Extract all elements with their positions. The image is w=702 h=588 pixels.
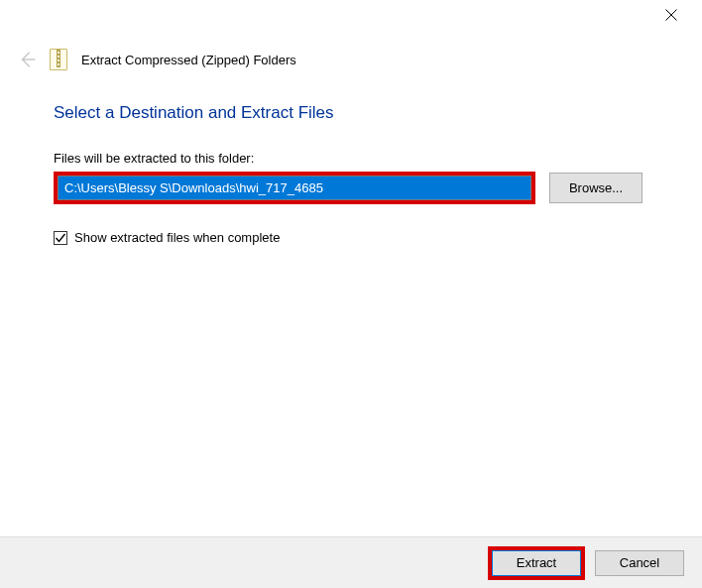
browse-button[interactable]: Browse... — [549, 173, 643, 203]
show-files-label: Show extracted files when complete — [74, 230, 280, 245]
dialog-footer: Extract Cancel — [0, 536, 702, 588]
wizard-title: Extract Compressed (Zipped) Folders — [81, 53, 296, 67]
show-files-checkbox[interactable] — [54, 231, 67, 245]
destination-label: Files will be extracted to this folder: — [54, 151, 650, 166]
checkmark-icon — [55, 232, 66, 244]
wizard-header: Extract Compressed (Zipped) Folders — [18, 48, 684, 71]
show-files-option[interactable]: Show extracted files when complete — [54, 230, 650, 245]
cancel-button[interactable]: Cancel — [595, 550, 684, 576]
destination-row: Browse... — [54, 172, 650, 204]
extract-button[interactable]: Extract — [492, 550, 581, 576]
zip-folder-icon — [50, 49, 67, 70]
back-arrow-icon — [18, 51, 36, 68]
title-bar — [0, 0, 702, 32]
extract-button-highlight: Extract — [488, 546, 585, 580]
content-area: Select a Destination and Extract Files F… — [54, 103, 650, 245]
back-button — [18, 51, 36, 68]
close-button[interactable] — [648, 0, 694, 30]
destination-input[interactable] — [58, 176, 531, 200]
close-icon — [665, 9, 677, 21]
destination-input-highlight — [54, 172, 535, 204]
page-heading: Select a Destination and Extract Files — [54, 103, 650, 123]
